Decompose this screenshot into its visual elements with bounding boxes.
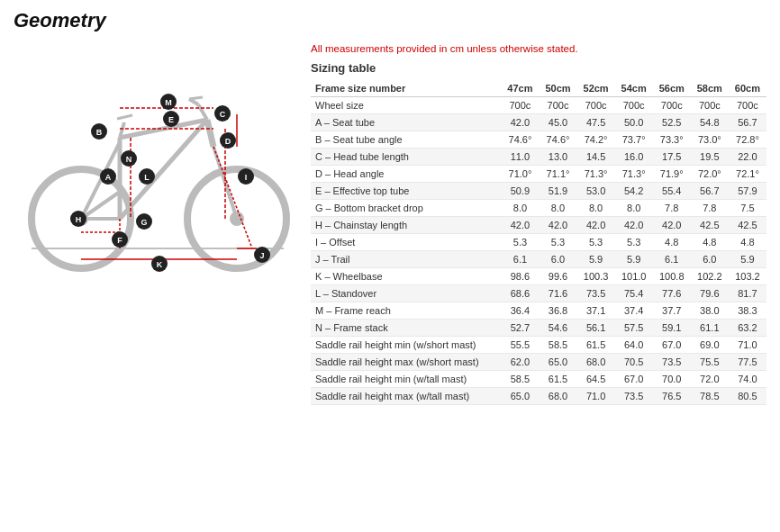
row-value: 54.6	[539, 320, 576, 337]
col-header-52cm: 52cm	[577, 80, 615, 97]
row-value: 37.4	[615, 302, 653, 320]
row-label: M – Frame reach	[311, 302, 501, 320]
row-value: 56.1	[577, 320, 615, 337]
row-value: 61.5	[539, 371, 576, 388]
svg-text:E: E	[168, 115, 174, 124]
row-value: 57.5	[615, 320, 653, 337]
svg-text:D: D	[225, 137, 231, 146]
row-value: 79.6	[691, 285, 729, 302]
row-label: Saddle rail height max (w/short mast)	[311, 354, 501, 371]
svg-line-13	[198, 104, 207, 120]
row-value: 36.4	[501, 302, 539, 320]
row-value: 63.2	[729, 320, 766, 337]
row-value: 71.0	[729, 337, 766, 354]
row-value: 37.1	[577, 302, 615, 320]
row-value: 68.0	[577, 354, 615, 371]
row-value: 64.5	[577, 371, 615, 388]
row-value: 73.7°	[615, 131, 653, 149]
row-value: 42.0	[615, 217, 653, 234]
svg-line-17	[117, 115, 132, 119]
row-value: 700c	[577, 97, 615, 114]
row-value: 53.0	[577, 183, 615, 200]
row-value: 98.6	[501, 268, 539, 285]
row-value: 6.1	[653, 251, 691, 268]
row-value: 61.5	[577, 337, 615, 354]
row-value: 71.9°	[653, 166, 691, 183]
row-value: 42.0	[501, 114, 539, 131]
row-value: 16.0	[615, 149, 653, 166]
row-value: 52.5	[653, 114, 691, 131]
row-value: 700c	[691, 97, 729, 114]
row-value: 700c	[729, 97, 766, 114]
row-value: 55.4	[653, 183, 691, 200]
sizing-title: Sizing table	[311, 61, 766, 75]
row-value: 5.3	[539, 234, 576, 251]
row-value: 7.5	[729, 200, 766, 217]
table-row: G – Bottom bracket drop8.08.08.08.07.87.…	[311, 200, 766, 217]
row-value: 71.1°	[539, 166, 576, 183]
svg-text:A: A	[105, 173, 112, 182]
row-value: 65.0	[501, 388, 539, 405]
row-value: 45.0	[539, 114, 576, 131]
table-row: D – Head angle71.0°71.1°71.3°71.3°71.9°7…	[311, 166, 766, 183]
row-value: 67.0	[615, 371, 653, 388]
svg-text:F: F	[117, 236, 122, 245]
row-value: 42.5	[729, 217, 766, 234]
row-value: 700c	[501, 97, 539, 114]
row-label: L – Standover	[311, 285, 501, 302]
row-value: 17.5	[653, 149, 691, 166]
row-value: 14.5	[577, 149, 615, 166]
row-label: K – Wheelbase	[311, 268, 501, 285]
table-row: B – Seat tube angle74.6°74.6°74.2°73.7°7…	[311, 131, 766, 149]
row-value: 8.0	[539, 200, 576, 217]
svg-text:J: J	[259, 251, 264, 260]
col-header-60cm: 60cm	[729, 80, 766, 97]
row-value: 22.0	[729, 149, 766, 166]
row-value: 11.0	[501, 149, 539, 166]
row-value: 73.0°	[691, 131, 729, 149]
row-label: B – Seat tube angle	[311, 131, 501, 149]
row-value: 75.4	[615, 285, 653, 302]
row-label: Wheel size	[311, 97, 501, 114]
measurement-note: All measurements provided in cm unless o…	[311, 43, 766, 54]
row-value: 80.5	[729, 388, 766, 405]
row-value: 72.0°	[691, 166, 729, 183]
row-value: 72.8°	[729, 131, 766, 149]
svg-line-11	[207, 120, 213, 147]
row-value: 8.0	[615, 200, 653, 217]
row-label: A – Seat tube	[311, 114, 501, 131]
row-value: 5.3	[615, 234, 653, 251]
row-value: 58.5	[501, 371, 539, 388]
row-value: 71.6	[539, 285, 576, 302]
row-value: 71.3°	[615, 166, 653, 183]
row-value: 103.2	[729, 268, 766, 285]
table-row: A – Seat tube42.045.047.550.052.554.856.…	[311, 114, 766, 131]
table-row: Saddle rail height max (w/tall mast)65.0…	[311, 388, 766, 405]
row-value: 36.8	[539, 302, 576, 320]
table-row: C – Head tube length11.013.014.516.017.5…	[311, 149, 766, 166]
svg-text:M: M	[165, 98, 172, 107]
row-value: 100.3	[577, 268, 615, 285]
row-label: N – Frame stack	[311, 320, 501, 337]
row-value: 5.9	[729, 251, 766, 268]
table-row: L – Standover68.671.673.575.477.679.681.…	[311, 285, 766, 302]
col-header-47cm: 47cm	[501, 80, 539, 97]
table-row: Wheel size700c700c700c700c700c700c700c	[311, 97, 766, 114]
row-value: 71.0	[577, 388, 615, 405]
table-row: Saddle rail height min (w/short mast)55.…	[311, 337, 766, 354]
row-value: 72.1°	[729, 166, 766, 183]
row-value: 76.5	[653, 388, 691, 405]
row-value: 13.0	[539, 149, 576, 166]
row-value: 38.3	[729, 302, 766, 320]
row-label: G – Bottom bracket drop	[311, 200, 501, 217]
table-row: M – Frame reach36.436.837.137.437.738.03…	[311, 302, 766, 320]
row-value: 100.8	[653, 268, 691, 285]
row-value: 58.5	[539, 337, 576, 354]
row-value: 74.2°	[577, 131, 615, 149]
row-value: 54.8	[691, 114, 729, 131]
col-header-50cm: 50cm	[539, 80, 576, 97]
row-value: 73.5	[653, 354, 691, 371]
bike-diagram: A B C D E F G H	[14, 43, 293, 405]
row-value: 42.0	[539, 217, 576, 234]
row-value: 73.5	[577, 285, 615, 302]
